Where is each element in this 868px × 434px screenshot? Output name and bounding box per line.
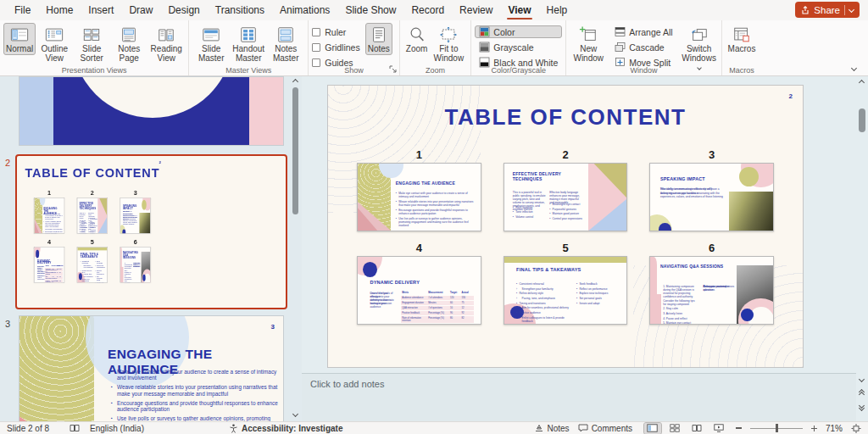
outline-view-button[interactable]: Outline View [36,23,73,64]
reading-view-button[interactable]: Reading View [147,23,185,64]
menu-home[interactable]: Home [38,0,81,20]
collapse-ribbon-icon[interactable] [851,65,857,71]
menu-help[interactable]: Help [539,0,576,20]
share-button[interactable]: Share [795,2,860,18]
card5-right-bullets: Seek feedback Reflect on performance Exp… [576,282,617,306]
handout-master-button[interactable]: Handout Master [230,23,267,64]
menu-slide-show[interactable]: Slide Show [337,0,403,20]
menu-record[interactable]: Record [403,0,452,20]
notes-master-button[interactable]: Notes Master [267,23,304,64]
notes-placeholder[interactable]: Click to add notes [310,379,384,389]
toc-item-3[interactable]: 3 SPEAKING IMPACT Your ability to commun… [649,148,774,231]
menu-draw[interactable]: Draw [121,0,160,20]
toc-item-5[interactable]: 5 FINAL TIPS & TAKEAWAYS Consistent rehe… [77,239,108,283]
share-caret-icon[interactable] [849,7,854,13]
menu-transitions[interactable]: Transitions [208,0,272,20]
menu-animations[interactable]: Animations [272,0,337,20]
zoom-slider-thumb[interactable] [776,424,779,432]
slide-title[interactable]: TABLE OF CONTENT [328,104,803,131]
color-button[interactable]: Color [475,25,562,38]
zoom-slider[interactable] [750,423,803,433]
slide-sorter-button[interactable]: Slide Sorter [73,23,110,64]
new-window-button[interactable]: New Window [570,23,607,64]
toc-card-2[interactable]: EFFECTIVE DELIVERY TECHNIQUES This is a … [504,163,628,231]
toc-item-4[interactable]: 4 DYNAMIC DELIVERY Learn to infuse energ… [357,242,481,325]
toc-card-3[interactable]: SPEAKING IMPACT Your ability to communic… [120,198,151,234]
toc-card-6[interactable]: NAVIGATING Q&A SESSIONS 1. Maintaining c… [649,256,774,325]
toc-card-6[interactable]: NAVIGATING Q&A SESSIONS 1. Maintaining c… [120,247,151,283]
notes-page-icon [120,25,138,44]
toc-card-2[interactable]: EFFECTIVE DELIVERY TECHNIQUES This is a … [77,198,108,234]
toc-card-grid: 1 ENGAGING THE AUDIENCE Make eye contact… [357,148,774,325]
editor-scrollbar-thumb[interactable] [859,108,865,132]
notes-pane[interactable]: Click to add notes [302,373,856,421]
toc-item-2[interactable]: 2 EFFECTIVE DELIVERY TECHNIQUES This is … [77,190,108,234]
slide-title[interactable]: TABLE OF CONTENT [18,167,167,181]
toc-card-5[interactable]: FINAL TIPS & TAKEAWAYS Consistent rehear… [504,256,628,325]
toc-card-4[interactable]: DYNAMIC DELIVERY Learn to infuse energy … [34,247,64,283]
zoom-out-button[interactable] [736,427,742,429]
zoom-button[interactable]: Zoom [403,23,431,55]
outline-view-icon [45,25,64,44]
toc-card-4[interactable]: DYNAMIC DELIVERY Learn to infuse energy … [357,256,481,325]
zoom-in-button[interactable] [811,426,817,431]
slide-master-button[interactable]: Slide Master [192,23,230,64]
toc-item-3[interactable]: 3 SPEAKING IMPACT Your ability to commun… [120,190,151,234]
thumbnail-scrollbar-thumb[interactable] [292,87,298,214]
scroll-down-icon[interactable] [859,376,865,382]
menu-review[interactable]: Review [452,0,500,20]
arrange-all-button[interactable]: Arrange All [610,25,676,38]
toc-slide[interactable]: 2 TABLE OF CONTENT 1 ENGAGING THE AUDIEN… [327,85,804,368]
toc-card-1[interactable]: ENGAGING THE AUDIENCE Make eye contact w… [357,163,481,231]
toc-card-1[interactable]: ENGAGING THE AUDIENCE Make eye contact w… [34,198,64,234]
thumbnail-slide-3[interactable]: 3 ENGAGING THE AUDIENCE Make eye contact… [19,315,284,422]
macros-button[interactable]: Macros [726,23,759,55]
comments-button[interactable]: Comments [578,424,632,433]
normal-view-button[interactable]: Normal [3,23,36,55]
thumbnail-scroll-down-icon[interactable] [292,411,298,417]
thumbnail-slide-1[interactable] [19,76,284,146]
toc-item-2[interactable]: 2 EFFECTIVE DELIVERY TECHNIQUES This is … [504,148,628,231]
reading-view-toggle[interactable] [688,423,705,434]
notes-page-button[interactable]: Notes Page [110,23,147,64]
menu-view[interactable]: View [500,0,538,20]
show-notes-button[interactable]: Notes [365,23,392,55]
thumbnail-scroll-up-icon[interactable] [292,79,298,85]
language-button[interactable]: English (India) [90,424,144,433]
slide-sorter-toggle[interactable] [666,423,683,434]
switch-windows-button[interactable]: Switch Windows [681,23,718,73]
grayscale-button[interactable]: Grayscale [475,41,562,53]
toc-item-6[interactable]: 6 NAVIGATING Q&A SESSIONS 1. Maintaining… [649,242,774,325]
zoom-level[interactable]: 71% [826,424,843,433]
fit-to-window-button[interactable]: Fit to Window [430,23,467,64]
toc-item-4[interactable]: 4 DYNAMIC DELIVERY Learn to infuse energ… [34,239,64,283]
toc-card-3[interactable]: SPEAKING IMPACT Your ability to communic… [649,163,774,231]
toc-card-5[interactable]: FINAL TIPS & TAKEAWAYS Consistent rehear… [77,247,108,283]
thumbnail-scrollbar[interactable] [292,76,299,421]
menu-file[interactable]: File [7,0,38,20]
accessibility-button[interactable]: Accessibility: Investigate [229,424,343,433]
notes-toggle-button[interactable]: Notes [534,424,570,433]
cascade-icon [615,42,626,53]
next-slide-button[interactable] [860,403,864,410]
menu-design[interactable]: Design [160,0,207,20]
scroll-up-icon[interactable] [859,80,865,86]
ruler-checkbox[interactable]: Ruler [312,25,359,38]
thumbnail-slide-2-selected[interactable]: 2 TABLE OF CONTENT 1 ENGAGING THE AUDIEN… [15,154,287,309]
normal-view-toggle[interactable] [644,423,661,434]
notes-page-label: Notes Page [113,45,145,63]
toc-number-4: 4 [357,242,481,256]
gridlines-checkbox[interactable]: Gridlines [312,41,359,53]
cascade-button[interactable]: Cascade [610,41,676,53]
toc-item-5[interactable]: 5 FINAL TIPS & TAKEAWAYS Consistent rehe… [504,242,628,325]
toc-item-1[interactable]: 1 ENGAGING THE AUDIENCE Make eye contact… [34,190,64,234]
slide-show-toggle[interactable] [710,423,727,434]
toc-item-1[interactable]: 1 ENGAGING THE AUDIENCE Make eye contact… [357,148,481,231]
editor-scrollbar[interactable] [856,76,868,421]
zoom-icon [408,25,426,44]
fit-slide-button[interactable] [851,424,861,433]
spellcheck-button[interactable] [70,424,80,432]
previous-slide-button[interactable] [860,390,864,397]
menu-insert[interactable]: Insert [81,0,121,20]
toc-item-6[interactable]: 6 NAVIGATING Q&A SESSIONS 1. Maintaining… [120,239,151,283]
